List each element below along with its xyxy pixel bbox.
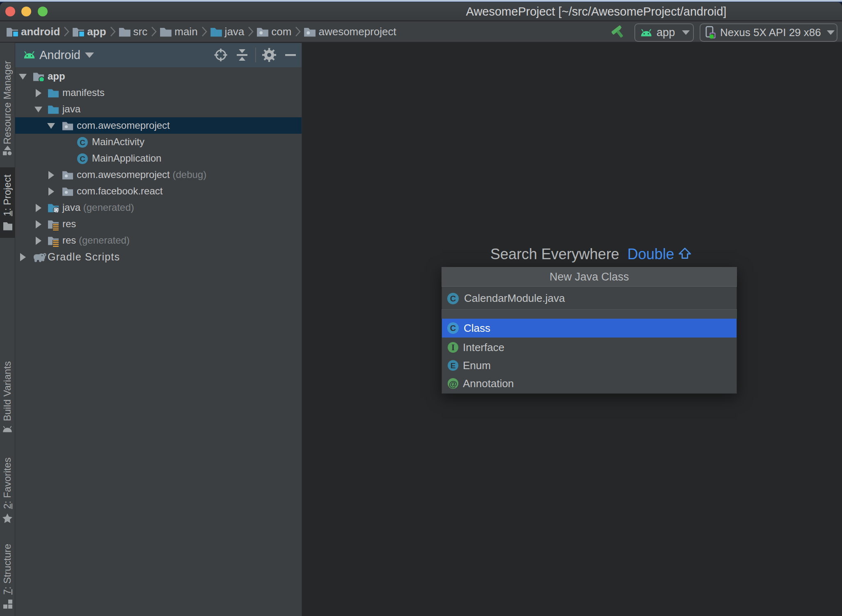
svg-text:C: C (450, 324, 456, 333)
svg-text:C: C (80, 138, 85, 147)
svg-text:C: C (450, 294, 456, 303)
svg-text:C: C (80, 155, 85, 163)
svg-text:@: @ (449, 379, 457, 388)
svg-text:E: E (451, 361, 456, 370)
svg-text:I: I (451, 342, 455, 352)
